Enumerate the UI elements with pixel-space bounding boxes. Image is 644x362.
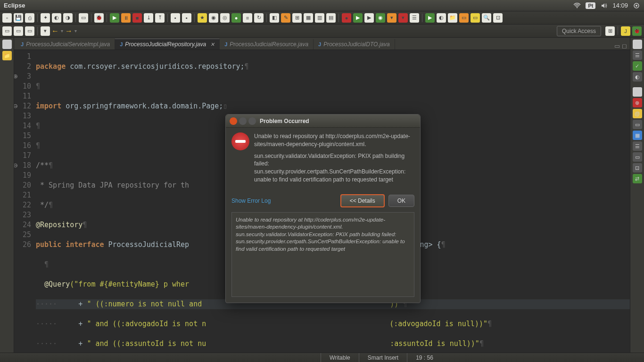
- tab-controls: ▭ ◻: [614, 42, 630, 49]
- tool-icon[interactable]: ☰: [410, 13, 419, 23]
- tool-icon[interactable]: ≡: [243, 13, 252, 23]
- dialog-minimize-icon[interactable]: [239, 117, 247, 125]
- tool-icon[interactable]: ✎: [281, 13, 290, 23]
- minimize-view-icon[interactable]: ▭: [614, 42, 620, 49]
- settings-gear-icon[interactable]: [633, 2, 640, 9]
- view-icon[interactable]: ☰: [633, 50, 642, 60]
- view-icon[interactable]: ⊡: [2, 40, 12, 49]
- tool-icon[interactable]: ⊞: [292, 13, 302, 23]
- os-menubar: Eclipse Pt 14:09: [0, 0, 644, 11]
- tool-icon[interactable]: ▭: [14, 26, 23, 36]
- editor-tabs: JProcessoJudicialServiceImpl.java JProce…: [14, 38, 630, 50]
- tool-icon[interactable]: ◐: [437, 13, 446, 23]
- right-trim: ⊡ ☰ ✓ ◐ ⊡ ⊗ @ ▭ ▦ ☰ ▭ ⊡ ⇄: [630, 38, 644, 353]
- secondary-toolbar: ▭ ▭ ▭ ▾ ← ▾ → ▾ Quick Access ⊞ J 🐞: [0, 25, 644, 38]
- run-last-icon[interactable]: ▶: [425, 13, 435, 23]
- main-toolbar: ▫ 💾 ⎙ ✦ ◐ ◑ ▭ 🐞 ▶ ⏸ ■ ⤓ ⤒ ▪ ▪ ★ ◉ ◎ ● ≡ …: [0, 11, 644, 25]
- tool-icon[interactable]: ◎: [220, 13, 230, 23]
- problems-view-icon[interactable]: ⊗: [633, 98, 642, 107]
- line-numbers: 12 ⊕3 1011 ⊖12 131415 1617 ⊖18 192021 22…: [14, 50, 34, 353]
- tool-icon[interactable]: ◧: [270, 13, 279, 23]
- tool-icon[interactable]: ⊡: [493, 13, 503, 23]
- tool-icon[interactable]: ◐: [52, 13, 61, 23]
- show-error-log-link[interactable]: Show Error Log: [231, 197, 271, 204]
- clock[interactable]: 14:09: [612, 2, 628, 9]
- wifi-icon[interactable]: [573, 2, 581, 9]
- tool-icon[interactable]: 🔍: [482, 13, 491, 23]
- view-icon[interactable]: ✓: [633, 61, 642, 71]
- tool-icon[interactable]: ▤: [326, 13, 336, 23]
- tool-icon[interactable]: ▦: [304, 13, 313, 23]
- view-icon[interactable]: ⊡: [633, 87, 642, 97]
- details-button[interactable]: << Details: [340, 194, 385, 207]
- tool-icon[interactable]: ★: [198, 13, 207, 23]
- save-icon[interactable]: 💾: [14, 13, 23, 23]
- view-icon[interactable]: 📁: [2, 51, 12, 60]
- tool-icon[interactable]: ◉: [376, 13, 385, 23]
- back-icon[interactable]: ←: [51, 27, 59, 35]
- tool-icon[interactable]: ▾: [398, 13, 408, 23]
- volume-icon[interactable]: [600, 2, 608, 9]
- tab-repository[interactable]: JProcessoJudicialRepository.java✕: [115, 39, 220, 49]
- separator: [167, 14, 168, 22]
- view-icon[interactable]: ⇄: [633, 174, 642, 183]
- tool-icon[interactable]: 📁: [448, 13, 457, 23]
- tab-resource[interactable]: JProcessoJudicialResource.java: [220, 39, 314, 49]
- tool-icon[interactable]: ▪: [182, 13, 191, 23]
- stop-icon[interactable]: ■: [132, 13, 142, 23]
- tool-icon[interactable]: ▭: [471, 13, 480, 23]
- pause-icon[interactable]: ⏸: [121, 13, 131, 23]
- view-icon[interactable]: ⊡: [633, 40, 642, 49]
- dialog-close-icon[interactable]: [230, 117, 237, 125]
- tool-icon[interactable]: ⤓: [144, 13, 153, 23]
- svg-point-2: [636, 5, 637, 7]
- keyboard-layout[interactable]: Pt: [586, 2, 595, 9]
- tool-icon[interactable]: ▥: [315, 13, 324, 23]
- open-perspective-icon[interactable]: ⊞: [605, 26, 615, 36]
- save-all-icon[interactable]: ⎙: [25, 13, 34, 23]
- tool-icon[interactable]: ▭: [2, 26, 12, 36]
- view-icon[interactable]: ▭: [633, 120, 642, 129]
- dialog-titlebar[interactable]: Problem Occurred: [226, 115, 420, 128]
- close-tab-icon[interactable]: ✕: [210, 41, 215, 48]
- separator: [194, 14, 195, 22]
- tool-icon[interactable]: ◑: [63, 13, 73, 23]
- tab-dto[interactable]: JProcessoJudicialDTO.java: [314, 39, 395, 49]
- console-view-icon[interactable]: ▭: [633, 152, 642, 162]
- view-icon[interactable]: @: [633, 109, 642, 118]
- tool-icon[interactable]: ▶: [353, 13, 363, 23]
- dialog-maximize-icon[interactable]: [248, 117, 256, 125]
- tool-icon[interactable]: ▪: [171, 13, 180, 23]
- tool-icon[interactable]: ▭: [79, 13, 88, 23]
- forward-icon[interactable]: →: [65, 27, 73, 35]
- tool-icon[interactable]: ▶: [364, 13, 374, 23]
- tab-service-impl[interactable]: JProcessoJudicialServiceImpl.java: [16, 39, 115, 49]
- tool-icon[interactable]: ◉: [209, 13, 218, 23]
- tool-icon[interactable]: ▾: [387, 13, 396, 23]
- maximize-view-icon[interactable]: ◻: [622, 42, 627, 49]
- tool-icon[interactable]: ⤒: [155, 13, 165, 23]
- view-icon[interactable]: ☰: [633, 141, 642, 151]
- details-text[interactable]: Unable to read repository at http://code…: [231, 212, 414, 297]
- debug-icon[interactable]: 🐞: [94, 13, 104, 23]
- view-icon[interactable]: ◐: [633, 72, 642, 82]
- separator: [339, 14, 339, 22]
- tool-icon[interactable]: ▭: [25, 26, 34, 36]
- tool-icon[interactable]: ●: [342, 13, 351, 23]
- run-icon[interactable]: ▶: [110, 13, 119, 23]
- tool-icon[interactable]: ▭: [459, 13, 469, 23]
- debug-perspective-icon[interactable]: 🐞: [632, 26, 642, 36]
- tool-icon[interactable]: ▾: [41, 26, 50, 36]
- app-title: Eclipse: [4, 2, 573, 9]
- view-icon[interactable]: ▦: [633, 131, 642, 140]
- java-perspective-icon[interactable]: J: [621, 26, 630, 36]
- perspective-switcher: ⊞ J 🐞: [605, 26, 642, 36]
- quick-access[interactable]: Quick Access: [557, 26, 601, 36]
- wizard-icon[interactable]: ✦: [41, 13, 50, 23]
- dialog-body: Unable to read repository at http://code…: [226, 128, 420, 192]
- new-icon[interactable]: ▫: [2, 13, 12, 23]
- ok-button[interactable]: OK: [388, 195, 414, 207]
- refresh-icon[interactable]: ↻: [254, 13, 264, 23]
- view-icon[interactable]: ⊡: [633, 163, 642, 173]
- tool-icon[interactable]: ●: [231, 13, 241, 23]
